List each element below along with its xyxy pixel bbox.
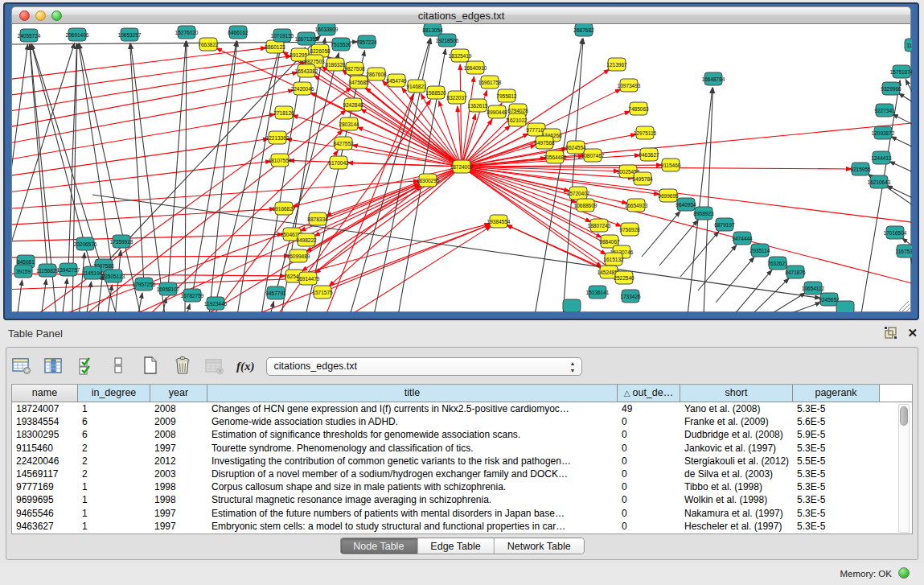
- graph-node[interactable]: 9474444: [732, 232, 753, 245]
- graph-node[interactable]: 2935114: [750, 244, 770, 257]
- graph-node[interactable]: 1145194: [83, 266, 103, 279]
- graph-node[interactable]: 8958923: [693, 207, 714, 220]
- table-cell[interactable]: 1997: [150, 520, 207, 533]
- graph-node[interactable]: 9498222: [296, 233, 317, 246]
- resize-grip-icon[interactable]: [902, 304, 910, 311]
- graph-edge[interactable]: [97, 274, 103, 312]
- table-cell[interactable]: 5.6E-5: [793, 415, 880, 428]
- graph-node[interactable]: 8322037: [446, 91, 467, 104]
- graph-edge[interactable]: [186, 304, 190, 312]
- table-cell[interactable]: Franke et al. (2009): [680, 415, 793, 428]
- table-row[interactable]: 1938455462009Genome-wide association stu…: [12, 415, 912, 428]
- table-cell[interactable]: 1: [78, 402, 150, 415]
- minimize-window-icon[interactable]: [35, 10, 46, 21]
- table-cell[interactable]: 0: [618, 520, 680, 533]
- graph-edge[interactable]: [41, 279, 47, 312]
- graph-edge[interactable]: [168, 41, 186, 289]
- table-cell[interactable]: 2: [78, 442, 150, 455]
- graph-node[interactable]: 18300295: [417, 174, 440, 187]
- graph-edge[interactable]: [12, 43, 75, 266]
- table-cell[interactable]: Nakamura et al. (1997): [680, 507, 793, 520]
- graph-node[interactable]: 2867608: [366, 68, 387, 80]
- table-cell[interactable]: Tourette syndrome. Phenomenology and cla…: [207, 442, 618, 455]
- column-header-pagerank[interactable]: pagerank: [793, 385, 880, 402]
- graph-node[interactable]: 2522540: [614, 271, 634, 284]
- graph-edge[interactable]: [910, 258, 912, 267]
- graph-node[interactable]: 22420046: [291, 82, 314, 95]
- graph-node[interactable]: 9227341: [874, 104, 895, 117]
- graph-node[interactable]: 10688609: [574, 199, 598, 212]
- table-cell[interactable]: Hescheler et al. (1997): [680, 520, 793, 533]
- graph-edge[interactable]: [716, 257, 754, 303]
- table-cell[interactable]: 49: [618, 402, 680, 415]
- graph-node[interactable]: 20564486: [544, 150, 567, 163]
- table-cell[interactable]: Yano et al. (2008): [680, 402, 793, 415]
- graph-node[interactable]: 16099489: [287, 249, 310, 262]
- graph-node[interactable]: 39159: [14, 265, 32, 278]
- graph-node[interactable]: 11156829: [36, 264, 59, 277]
- graph-node[interactable]: 19218506: [436, 34, 459, 47]
- table-cell[interactable]: 0: [618, 455, 680, 468]
- table-cell[interactable]: 0: [618, 428, 680, 441]
- table-cell[interactable]: de Silva et al. (2003): [680, 468, 793, 480]
- table-settings-icon[interactable]: [11, 356, 32, 377]
- table-cell[interactable]: 0: [618, 493, 680, 506]
- float-panel-icon[interactable]: [884, 326, 897, 340]
- table-cell[interactable]: Stergiakouli et al. (2012): [680, 455, 793, 468]
- graph-edge[interactable]: [62, 278, 68, 312]
- graph-node[interactable]: 7663822: [198, 38, 219, 51]
- graph-node[interactable]: 1244413: [871, 151, 892, 164]
- table-cell[interactable]: 2009: [150, 415, 207, 428]
- graph-node[interactable]: 9699695: [658, 189, 679, 202]
- memory-status-icon[interactable]: [898, 567, 910, 579]
- graph-node[interactable]: 6466162: [228, 26, 248, 39]
- table-cell[interactable]: 5.3E-5: [793, 442, 880, 455]
- table-cell[interactable]: 1998: [150, 480, 207, 493]
- graph-edge[interactable]: [17, 280, 23, 312]
- table-cell[interactable]: 1998: [150, 493, 207, 506]
- table-cell[interactable]: 5.5E-5: [793, 455, 880, 468]
- table-cell[interactable]: 5.3E-5: [793, 402, 880, 415]
- table-cell[interactable]: 0: [618, 442, 680, 455]
- network-canvas[interactable]: 1872400718300295886012389129548226058982…: [11, 24, 911, 312]
- graph-node[interactable]: 1615132: [603, 253, 624, 266]
- graph-node[interactable]: 15720407: [567, 187, 590, 200]
- table-row[interactable]: 1830029562008Estimation of significance …: [12, 428, 912, 441]
- graph-node[interactable]: [563, 299, 581, 312]
- table-cell[interactable]: 1997: [150, 442, 207, 455]
- table-cell[interactable]: 5.3E-5: [793, 493, 880, 506]
- table-row[interactable]: 911546021997Tourette syndrome. Phenomeno…: [12, 442, 912, 455]
- table-cell[interactable]: 1: [78, 480, 150, 493]
- graph-node[interactable]: 9115460: [661, 159, 681, 171]
- resize-grip-icon[interactable]: [906, 307, 910, 312]
- table-select-dropdown[interactable]: citations_edges.txt ▲▼: [266, 357, 582, 376]
- graph-edge[interactable]: [293, 115, 462, 167]
- network-window-titlebar[interactable]: citations_edges.txt: [11, 6, 911, 24]
- delete-rows-icon[interactable]: [172, 355, 193, 376]
- table-cell[interactable]: Investigating the contribution of common…: [207, 455, 618, 468]
- graph-node[interactable]: 9827508: [344, 62, 365, 75]
- table-cell[interactable]: Jankovic et al. (1997): [680, 442, 793, 455]
- graph-node[interactable]: 8878334: [307, 212, 328, 225]
- graph-edge[interactable]: [733, 270, 772, 312]
- graph-node[interactable]: 16782759: [181, 289, 204, 302]
- graph-node[interactable]: 9463627: [639, 148, 659, 161]
- graph-node[interactable]: 2803144: [339, 117, 359, 130]
- zoom-window-icon[interactable]: [51, 10, 62, 21]
- graph-edge[interactable]: [12, 234, 283, 241]
- table-cell[interactable]: 9463627: [12, 520, 78, 533]
- graph-node[interactable]: 13942757: [57, 263, 80, 276]
- graph-node[interactable]: 1588520: [425, 86, 446, 99]
- tab-edge-table[interactable]: Edge Table: [417, 538, 494, 554]
- table-cell[interactable]: Disruption of a novel member of a sodium…: [207, 468, 618, 480]
- graph-node[interactable]: 10973493: [618, 79, 641, 92]
- graph-node[interactable]: 17016504: [884, 226, 907, 239]
- graph-node[interactable]: 1167533: [896, 245, 912, 257]
- graph-node[interactable]: 10654112: [802, 282, 825, 295]
- graph-node[interactable]: 2718126: [273, 106, 294, 119]
- graph-edge[interactable]: [350, 226, 491, 312]
- graph-node[interactable]: 10719135: [271, 29, 294, 42]
- table-cell[interactable]: Genome-wide association studies in ADHD.: [207, 415, 618, 428]
- graph-node[interactable]: 1733426: [620, 290, 641, 303]
- graph-node[interactable]: 1362615: [467, 99, 488, 112]
